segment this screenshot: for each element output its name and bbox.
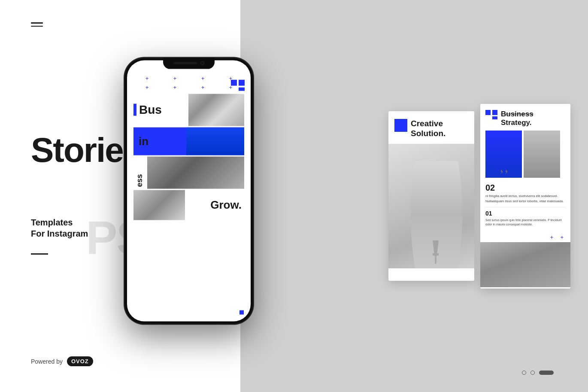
card1-title: Creative Solution. xyxy=(411,119,446,139)
svg-rect-1 xyxy=(239,79,245,85)
card2-header: Business Strategy. xyxy=(480,104,570,131)
templates-text-block: Templates For Instagram xyxy=(31,217,88,239)
right-panel: Creative Solution. xyxy=(240,0,588,392)
screen-bus-row: Bus xyxy=(133,94,244,126)
plus-sign: + xyxy=(162,75,188,81)
left-panel: Stories. PSD Templates For Instagram Pow… xyxy=(0,0,240,392)
screen-sneaker-image xyxy=(133,190,185,220)
hamburger-line xyxy=(31,26,43,27)
business-strategy-card: Business Strategy. 🏃🏃 02 nt fringilla xyxy=(480,104,570,289)
card2-logo xyxy=(485,110,497,122)
card2-title-line2: Strategy. xyxy=(501,119,532,127)
phone-frame: + + + + + + + + xyxy=(124,58,253,324)
card2-blue-image: 🏃🏃 xyxy=(485,131,522,178)
card2-bottom-image xyxy=(480,242,570,287)
screen-grow-row: Grow. xyxy=(133,190,244,220)
svg-rect-4 xyxy=(492,110,497,115)
plus-sign: + xyxy=(134,75,160,81)
plus-sign: + xyxy=(190,84,215,90)
pagination xyxy=(522,371,554,375)
card2-title-text: Business xyxy=(501,110,533,118)
pagination-dot-1[interactable] xyxy=(522,371,526,375)
card2-body-text: nt fringilla avelit lectus, slvetviverra… xyxy=(480,194,570,207)
pagination-dot-active[interactable] xyxy=(539,371,554,375)
svg-rect-0 xyxy=(231,79,237,85)
card2-num2: 01 xyxy=(480,210,570,218)
hamburger-line xyxy=(31,22,43,24)
svg-rect-3 xyxy=(485,110,491,115)
screen-ess-row: ess xyxy=(133,156,244,188)
powered-by-label: Powered by xyxy=(31,358,63,365)
phone-screen: + + + + + + + + xyxy=(127,60,251,321)
templates-underline xyxy=(31,253,48,255)
card2-separator xyxy=(485,207,565,207)
screen-shoe-image xyxy=(147,156,244,188)
phone-camera xyxy=(200,61,204,65)
phone-notch xyxy=(163,58,215,69)
card2-images: 🏃🏃 xyxy=(480,131,570,181)
plus-sign: + xyxy=(162,84,188,90)
screen-plus-grid: + + + + + + + + xyxy=(133,75,244,90)
screen-content: + + + + + + + + xyxy=(127,60,251,321)
card2-plus-row: + + xyxy=(480,231,570,242)
templates-line1: Templates xyxy=(31,217,88,228)
svg-rect-2 xyxy=(239,87,245,91)
phone-mockup: + + + + + + + + xyxy=(124,58,253,324)
card1-header: Creative Solution. xyxy=(388,111,474,144)
card2-title: Business Strategy. xyxy=(501,110,533,128)
card1-blue-square xyxy=(394,119,407,132)
card2-num1: 02 xyxy=(480,181,570,194)
screen-blue-indicator xyxy=(239,310,244,314)
svg-rect-5 xyxy=(492,116,497,119)
card2-small-text: Sed luctus ipsum quis felis placerat ven… xyxy=(480,218,570,231)
cards-container: Creative Solution. xyxy=(378,0,588,392)
card1-title-line2: Solution. xyxy=(411,129,446,138)
screen-blue-row: in xyxy=(133,127,244,155)
plus-sign: + xyxy=(190,75,215,81)
screen-blue-dot xyxy=(133,104,136,116)
card2-gray-image xyxy=(524,131,560,178)
card1-image-area xyxy=(388,144,474,268)
powered-by-section: Powered by OVOZ xyxy=(31,356,93,366)
card1-title-line1: Creative xyxy=(411,119,443,128)
phone-speaker xyxy=(173,62,197,64)
hamburger-menu[interactable] xyxy=(31,22,43,27)
ovoz-badge: OVOZ xyxy=(67,356,93,366)
screen-grow-text: Grow. xyxy=(186,198,244,212)
screen-ess-text: ess xyxy=(133,156,146,188)
screen-cactus-image xyxy=(186,127,244,155)
creative-solution-card: Creative Solution. xyxy=(388,111,474,281)
pagination-dot-2[interactable] xyxy=(530,371,535,375)
screen-bus-text: Bus xyxy=(139,104,188,116)
templates-line2: For Instagram xyxy=(31,228,88,239)
card2-plus1: + xyxy=(550,234,554,240)
screen-in-text: in xyxy=(133,134,154,148)
screen-bike-image xyxy=(188,94,244,126)
screen-logo xyxy=(231,79,245,93)
card2-plus2: + xyxy=(560,234,564,240)
plus-sign: + xyxy=(134,84,160,90)
